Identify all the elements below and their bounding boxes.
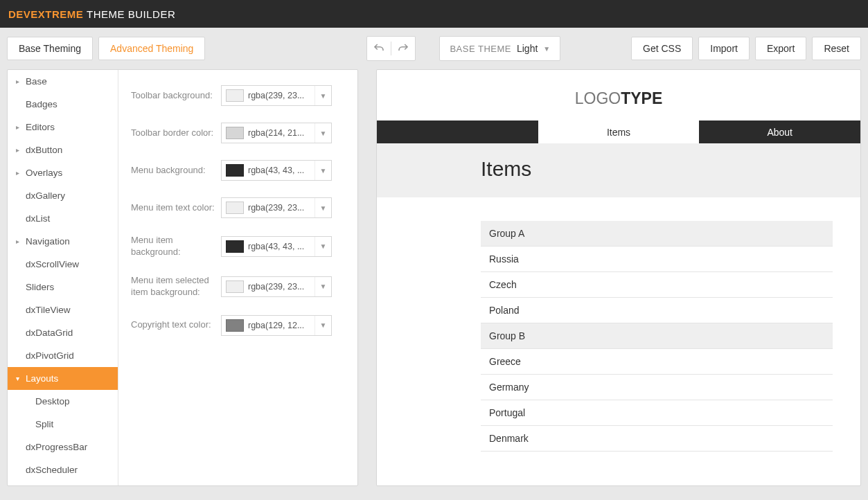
color-value: rgba(214, 21... xyxy=(248,128,315,138)
color-picker[interactable]: rgba(214, 21...▼ xyxy=(221,123,332,143)
sidebar-item[interactable]: dxButton xyxy=(8,139,118,161)
undo-redo-group xyxy=(366,36,416,61)
main: BaseBadgesEditorsdxButtonOverlaysdxGalle… xyxy=(0,69,868,493)
color-swatch xyxy=(226,280,244,293)
base-theme-value: Light xyxy=(517,43,538,54)
export-button[interactable]: Export xyxy=(755,37,806,60)
color-picker[interactable]: rgba(129, 12...▼ xyxy=(221,315,332,336)
color-value: rgba(129, 12... xyxy=(248,321,315,330)
base-theme-dropdown[interactable]: BASE THEME Light ▼ xyxy=(439,36,560,61)
property-label: Menu item text color: xyxy=(131,202,221,214)
redo-icon xyxy=(397,42,409,55)
list-item[interactable]: Czech xyxy=(481,272,833,298)
color-picker[interactable]: rgba(239, 23...▼ xyxy=(221,276,332,297)
preview-tab[interactable]: About xyxy=(699,120,860,143)
chevron-down-icon: ▼ xyxy=(315,237,331,256)
preview-tabs: ItemsAbout xyxy=(377,120,860,143)
sidebar-item[interactable]: dxList xyxy=(8,207,118,230)
reset-button[interactable]: Reset xyxy=(812,37,861,60)
preview-list: Group ARussiaCzechPolandGroup BGreeceGer… xyxy=(377,197,860,452)
color-value: rgba(43, 43, ... xyxy=(248,242,315,251)
undo-button[interactable] xyxy=(367,37,391,60)
property-row: Toolbar border color:rgba(214, 21...▼ xyxy=(131,123,345,143)
sidebar-item[interactable]: dxTileView xyxy=(8,298,118,321)
list-item[interactable]: Russia xyxy=(481,247,833,272)
advanced-theming-button[interactable]: Advanced Theming xyxy=(98,37,205,60)
property-label: Toolbar border color: xyxy=(131,127,221,139)
sidebar-item[interactable]: Overlays xyxy=(8,161,118,184)
chevron-down-icon: ▼ xyxy=(315,123,331,143)
app-header: DEVEXTREME THEME BUILDER xyxy=(0,0,868,28)
brand-sub: THEME BUILDER xyxy=(87,8,175,20)
preview-heading: Items xyxy=(377,143,860,197)
color-swatch xyxy=(226,202,244,214)
property-label: Copyright text color: xyxy=(131,319,221,331)
color-value: rgba(239, 23... xyxy=(248,91,315,100)
color-picker[interactable]: rgba(239, 23...▼ xyxy=(221,85,332,106)
sidebar-child-item[interactable]: Split xyxy=(8,413,118,436)
color-picker[interactable]: rgba(43, 43, ...▼ xyxy=(221,160,332,181)
chevron-down-icon: ▼ xyxy=(315,277,331,296)
preview-panel: LOGOTYPE ItemsAbout Items Group ARussiaC… xyxy=(376,69,861,486)
right-actions: Get CSS Import Export Reset xyxy=(631,37,861,60)
base-theming-button[interactable]: Base Theming xyxy=(7,37,93,60)
sidebar-item[interactable]: dxPivotGrid xyxy=(8,344,118,367)
sidebar-item[interactable]: Editors xyxy=(8,116,118,139)
color-value: rgba(239, 23... xyxy=(248,282,315,292)
color-swatch xyxy=(226,127,244,139)
sidebar-item[interactable]: Navigation xyxy=(8,230,118,253)
property-row: Toolbar background:rgba(239, 23...▼ xyxy=(131,85,345,106)
property-label: Menu background: xyxy=(131,165,221,177)
property-row: Menu item selected item background:rgba(… xyxy=(131,275,345,298)
property-row: Menu item text color:rgba(239, 23...▼ xyxy=(131,197,345,218)
base-theme-label: BASE THEME xyxy=(450,44,511,54)
preview-tab[interactable] xyxy=(377,120,538,143)
color-value: rgba(239, 23... xyxy=(248,203,315,213)
property-row: Menu item background:rgba(43, 43, ...▼ xyxy=(131,235,345,258)
sidebar-item[interactable]: Badges xyxy=(8,93,118,116)
logo-bold: TYPE xyxy=(621,89,662,107)
settings-panel: BaseBadgesEditorsdxButtonOverlaysdxGalle… xyxy=(7,69,358,486)
sidebar-item[interactable]: Base xyxy=(8,70,118,93)
sidebar-item[interactable]: dxGallery xyxy=(8,184,118,207)
list-item[interactable]: Denmark xyxy=(481,426,833,452)
color-value: rgba(43, 43, ... xyxy=(248,166,315,175)
sidebar-item[interactable]: dxScheduler xyxy=(8,458,118,481)
sidebar-item[interactable]: dxScrollView xyxy=(8,253,118,276)
chevron-down-icon: ▼ xyxy=(315,86,331,105)
color-picker[interactable]: rgba(43, 43, ...▼ xyxy=(221,236,332,257)
list-group-header: Group B xyxy=(481,323,833,349)
chevron-down-icon: ▼ xyxy=(315,161,331,180)
list-item[interactable]: Germany xyxy=(481,375,833,400)
property-label: Toolbar background: xyxy=(131,90,221,102)
list-group-header: Group A xyxy=(481,221,833,247)
preview-inner: LOGOTYPE ItemsAbout Items Group ARussiaC… xyxy=(377,70,860,465)
properties-editor: Toolbar background:rgba(239, 23...▼Toolb… xyxy=(118,70,357,485)
get-css-button[interactable]: Get CSS xyxy=(631,37,693,60)
list-item[interactable]: Poland xyxy=(481,298,833,323)
redo-button[interactable] xyxy=(391,37,415,60)
color-swatch xyxy=(226,89,244,102)
color-swatch xyxy=(226,164,244,177)
sidebar[interactable]: BaseBadgesEditorsdxButtonOverlaysdxGalle… xyxy=(8,70,118,485)
list-item[interactable]: Portugal xyxy=(481,400,833,426)
sidebar-item[interactable]: Layouts xyxy=(8,367,118,390)
sidebar-item[interactable]: dxDataGrid xyxy=(8,321,118,344)
property-label: Menu item background: xyxy=(131,235,221,258)
preview-logo: LOGOTYPE xyxy=(377,89,860,108)
sidebar-item[interactable]: dxProgressBar xyxy=(8,436,118,458)
color-picker[interactable]: rgba(239, 23...▼ xyxy=(221,197,332,218)
chevron-down-icon: ▼ xyxy=(315,198,331,217)
preview-tab[interactable]: Items xyxy=(538,120,700,143)
import-button[interactable]: Import xyxy=(698,37,750,60)
list-item[interactable]: Greece xyxy=(481,349,833,375)
app-title: DEVEXTREME THEME BUILDER xyxy=(8,8,175,20)
color-swatch xyxy=(226,319,244,332)
color-swatch xyxy=(226,240,244,253)
property-row: Copyright text color:rgba(129, 12...▼ xyxy=(131,315,345,336)
logo-light: LOGO xyxy=(575,89,621,107)
property-label: Menu item selected item background: xyxy=(131,275,221,298)
brand-name: DEVEXTREME xyxy=(8,8,83,20)
sidebar-child-item[interactable]: Desktop xyxy=(8,390,118,413)
sidebar-item[interactable]: Sliders xyxy=(8,276,118,298)
